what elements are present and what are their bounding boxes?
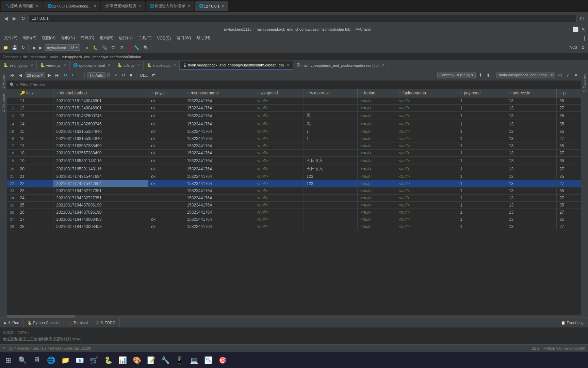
- table-row[interactable]: 24242021031718423272735115323441764<null…: [7, 195, 581, 202]
- menu-edit[interactable]: 编辑(E): [20, 34, 39, 42]
- th-paymode[interactable]: ≡paymode: [457, 89, 506, 97]
- tab-close-5[interactable]: ✕: [222, 4, 224, 8]
- table-row[interactable]: 23232021031718423272735115323441764<null…: [7, 187, 581, 195]
- taskbar-ps[interactable]: 🎨: [130, 353, 144, 367]
- taskbar-extra2[interactable]: 📱: [173, 353, 186, 367]
- close-gt-btn[interactable]: ✕: [573, 72, 579, 78]
- address-bar[interactable]: 127.0.0.1: [29, 15, 576, 22]
- table-row[interactable]: 171720210317163557388490ok15323441764<nu…: [7, 142, 581, 150]
- tab-close-urls[interactable]: ✕: [137, 63, 140, 67]
- th-id[interactable]: 🔑id ▲: [17, 89, 53, 97]
- th-payzt[interactable]: ≡payzt: [148, 89, 184, 97]
- table-row[interactable]: 26262021031718443709619015323441764<null…: [7, 209, 581, 216]
- stop-btn[interactable]: ■: [126, 44, 132, 51]
- breadcrumb-table[interactable]: vueappback_end_choongwuasdfmsdnh5dindan: [62, 55, 141, 59]
- th-wxopenid[interactable]: ≡wxopenid: [254, 89, 304, 97]
- structure-panel-label[interactable]: Z: Structure: [1, 91, 6, 114]
- browser-tab-1[interactable]: 🐾 流城.狗熊猫熊 ✕: [1, 1, 43, 11]
- tab-close-db-address[interactable]: ✕: [381, 63, 384, 67]
- editor-tab-db-main[interactable]: 🗄 main.vueappback_end_choongwuasdfmsdnh5…: [180, 61, 293, 70]
- scrollbar-thumb[interactable]: [7, 315, 75, 318]
- forward-button[interactable]: ▶: [11, 15, 18, 22]
- menu-right-panel[interactable]: ▐: [581, 35, 587, 41]
- todo-tab[interactable]: ☑ 6: TODO: [92, 318, 120, 327]
- table-row[interactable]: 111120210317151240046901ok15323441764<nu…: [7, 97, 581, 105]
- tab-close-views[interactable]: ✕: [63, 63, 66, 67]
- filter-placeholder[interactable]: < Filter Criteria>: [16, 82, 45, 87]
- terminal-tab[interactable]: ⬛ Terminal: [64, 318, 92, 327]
- back-nav-btn[interactable]: ◀: [30, 44, 37, 51]
- editor-tab-views[interactable]: 🐍 views.py ✕: [37, 61, 70, 70]
- table-row[interactable]: 141420210317161432600746ok15323441764<nu…: [7, 120, 581, 128]
- tab-close-3[interactable]: ✕: [138, 4, 141, 8]
- run-btn[interactable]: ▶: [84, 44, 91, 51]
- editor-tab-models[interactable]: 🐍 models.py ✕: [144, 61, 179, 70]
- table-row[interactable]: 222220210317174215447694ok15323441764<nu…: [7, 180, 581, 187]
- tab-close-db-main[interactable]: ✕: [287, 63, 289, 67]
- profile-btn[interactable]: ⏱: [118, 44, 125, 51]
- menu-window[interactable]: 窗口(W): [174, 34, 194, 42]
- debug-btn[interactable]: 🐛: [91, 44, 100, 51]
- taskbar-word[interactable]: 📝: [144, 353, 158, 367]
- project-tree-btn[interactable]: 📁: [1, 44, 10, 51]
- prev-page-btn[interactable]: ◀: [17, 72, 23, 78]
- table-container[interactable]: 🔑id ▲ ≡dindanbianhao ≡payzt ≡msdnusernam…: [7, 89, 581, 315]
- taskbar-store[interactable]: 🛒: [87, 353, 101, 367]
- breadcrumb-schemas[interactable]: schemas: [31, 55, 46, 59]
- tx-dropdown[interactable]: Tx: Auto: [87, 72, 105, 78]
- th-fapiao[interactable]: ≡fapiao: [358, 89, 396, 97]
- menu-view[interactable]: 视图(V): [39, 34, 58, 42]
- maximize-button[interactable]: ⬜: [573, 27, 578, 32]
- sync-btn[interactable]: ↻: [20, 44, 27, 51]
- taskbar-extra5[interactable]: 🎯: [216, 353, 229, 367]
- delete-row-btn[interactable]: −: [77, 72, 82, 78]
- taskbar-extra3[interactable]: 💻: [187, 353, 201, 367]
- breadcrumb-database[interactable]: Database: [3, 55, 19, 59]
- settings-btn[interactable]: ⚙: [579, 44, 587, 51]
- table-row[interactable]: 151520210317163155354840ok15323441764<nu…: [7, 128, 581, 135]
- tab-close-models[interactable]: ✕: [173, 63, 176, 67]
- th-dindanbianhao[interactable]: ≡dindanbianhao: [53, 89, 148, 97]
- taskbar-excel[interactable]: 📊: [116, 353, 129, 367]
- menu-run[interactable]: 运行(U): [116, 34, 135, 42]
- import-btn[interactable]: ⬆: [485, 72, 491, 78]
- extensions-button[interactable]: ⊡: [578, 15, 585, 22]
- th-pr[interactable]: ≡pr: [557, 89, 581, 97]
- taskbar-files[interactable]: 📁: [59, 353, 72, 367]
- breadcrumb-main[interactable]: main: [50, 55, 58, 59]
- taskbar-mail[interactable]: 📧: [73, 353, 86, 367]
- next-page-btn[interactable]: ▶: [46, 72, 52, 78]
- favorites-label[interactable]: 2: Favorites: [582, 72, 588, 95]
- csv-dropdown[interactable]: Comma-...d (CSV) ▾: [437, 72, 476, 78]
- save-btn[interactable]: 💾: [11, 44, 19, 51]
- browser-tab-4[interactable]: 🌐 欢迎进入后台-登录 ✕: [146, 1, 195, 11]
- minimize-button[interactable]: —: [565, 27, 570, 32]
- browser-tab-5[interactable]: 🌐 127.0.0.1 ✕: [195, 1, 228, 11]
- th-msdnusername[interactable]: ≡msdnusername: [184, 89, 254, 97]
- tab-close-2[interactable]: ✕: [94, 4, 96, 8]
- th-addressid[interactable]: ≡addressid: [506, 89, 556, 97]
- table-row[interactable]: 202020210317165301148116ok15323441764<nu…: [7, 165, 581, 173]
- editor-tab-db-address[interactable]: 🗄 main.vueappback_end_pcchonwuaddress [d…: [293, 61, 388, 70]
- wrench-btn[interactable]: 🔧: [132, 44, 141, 51]
- event-log-btn[interactable]: 📋 Event Log: [557, 318, 588, 327]
- editor-tab-urls[interactable]: 🐍 urls.py ✕: [114, 61, 144, 70]
- tab-close-gotopayfor[interactable]: ✕: [108, 63, 110, 67]
- menu-code[interactable]: 代码(C): [78, 34, 97, 42]
- tab-close-4[interactable]: ✕: [187, 4, 190, 8]
- table-row[interactable]: 131320210317161432600746ok15323441764<nu…: [7, 112, 581, 120]
- table-selector[interactable]: main.vueappback_end_choo... ▾: [496, 72, 555, 78]
- taskbar-edge[interactable]: 🌐: [44, 353, 58, 367]
- editor-tab-gotopayfor[interactable]: 🌐 gotopayfor.html ✕: [70, 61, 114, 70]
- browser-tab-3[interactable]: 🛒 辛巴宠物旗舰店 ✕: [101, 1, 145, 11]
- export-btn[interactable]: ⬇: [477, 72, 484, 78]
- tab-close-1[interactable]: ✕: [36, 4, 38, 8]
- ddl-btn[interactable]: DDL: [139, 73, 149, 78]
- task-view-btn[interactable]: 🖥: [30, 353, 44, 367]
- reload-data-btn[interactable]: ↻: [62, 72, 69, 78]
- breadcrumb-db[interactable]: db: [23, 55, 27, 59]
- editor-tab-settings[interactable]: 🐍 settings.py ✕: [0, 61, 37, 70]
- back-button[interactable]: ◀: [3, 15, 9, 22]
- taskbar-extra1[interactable]: 🔧: [159, 353, 172, 367]
- vcs-btn[interactable]: VCS: [568, 45, 579, 50]
